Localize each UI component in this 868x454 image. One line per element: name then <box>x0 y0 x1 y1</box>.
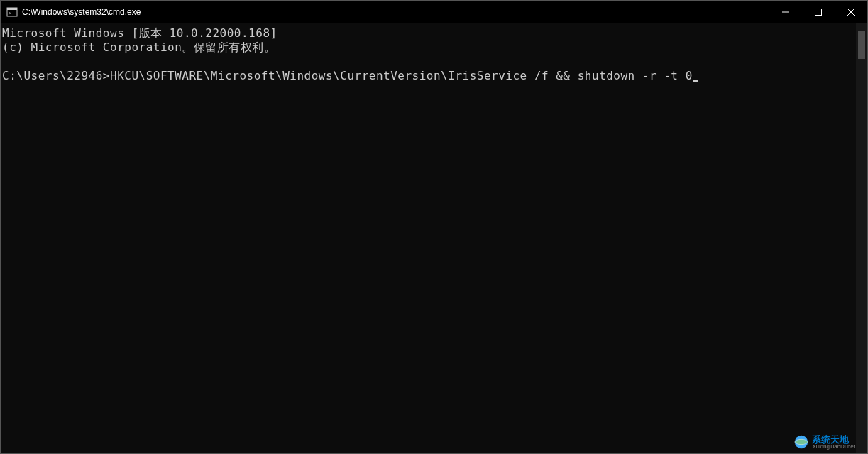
titlebar[interactable]: >_ C:\Windows\system32\cmd.exe <box>1 1 867 23</box>
prompt-line: C:\Users\22946>HKCU\SOFTWARE\Microsoft\W… <box>2 69 855 83</box>
close-button[interactable] <box>835 1 867 23</box>
scrollbar-thumb[interactable] <box>858 31 865 59</box>
window-controls <box>769 1 867 23</box>
scrollbar[interactable] <box>856 23 867 453</box>
terminal-line: Microsoft Windows [版本 10.0.22000.168] <box>2 26 855 40</box>
terminal-blank <box>2 55 855 69</box>
globe-icon <box>793 434 809 450</box>
watermark-main: 系统天地 <box>812 435 855 444</box>
window-title: C:\Windows\system32\cmd.exe <box>22 7 769 17</box>
terminal-area: Microsoft Windows [版本 10.0.22000.168](c)… <box>1 23 867 453</box>
watermark-text: 系统天地 XiTongTianDi.net <box>812 435 855 450</box>
prompt: C:\Users\22946> <box>2 69 110 82</box>
terminal-line: (c) Microsoft Corporation。保留所有权利。 <box>2 40 855 55</box>
watermark: 系统天地 XiTongTianDi.net <box>793 434 855 450</box>
maximize-button[interactable] <box>802 1 835 23</box>
terminal-content[interactable]: Microsoft Windows [版本 10.0.22000.168](c)… <box>1 23 856 453</box>
cursor <box>693 80 698 82</box>
minimize-button[interactable] <box>769 1 802 23</box>
svg-text:>_: >_ <box>9 11 15 16</box>
svg-rect-4 <box>815 9 822 16</box>
watermark-sub: XiTongTianDi.net <box>812 444 855 450</box>
cmd-icon: >_ <box>6 6 18 18</box>
svg-rect-1 <box>7 8 17 10</box>
command-input[interactable]: HKCU\SOFTWARE\Microsoft\Windows\CurrentV… <box>110 69 693 82</box>
cmd-window: >_ C:\Windows\system32\cmd.exe Microsoft… <box>0 0 868 454</box>
